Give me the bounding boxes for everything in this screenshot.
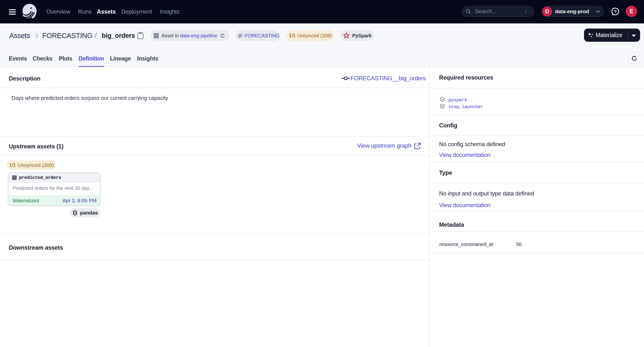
svg-text:?: ? bbox=[614, 9, 617, 14]
